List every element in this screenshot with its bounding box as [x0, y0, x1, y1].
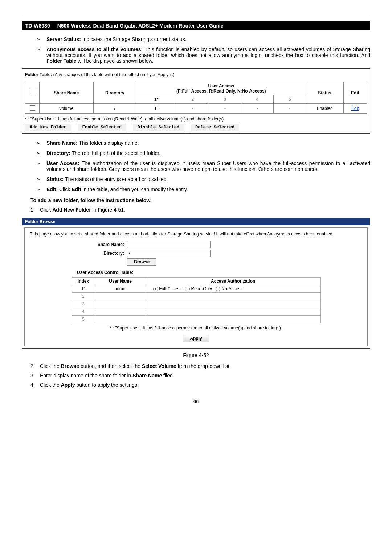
- bullet-status: Status: The status of the entry is enabl…: [36, 176, 370, 182]
- model-number: TD-W8980: [22, 21, 54, 30]
- cell-share-name: volume: [40, 104, 94, 114]
- col-3: 3: [209, 95, 241, 104]
- add-new-folder-button[interactable]: Add New Folder: [25, 124, 71, 131]
- header-share-name: Share Name: [40, 82, 94, 104]
- disable-selected-button[interactable]: Disable Selected: [133, 124, 184, 131]
- label: Server Status:: [46, 36, 81, 42]
- cell-index: 1*: [72, 285, 95, 293]
- header-checkbox[interactable]: [25, 82, 40, 104]
- header-edit: Edit: [343, 82, 367, 104]
- bullet-anonymous-access: Anonymous access to all the volumes: Thi…: [36, 46, 370, 64]
- step-list-2: 2. Click the Browse button, and then sel…: [30, 363, 370, 388]
- radio-read-only[interactable]: [185, 287, 190, 291]
- text: Indicates the Storage Sharing's current …: [81, 36, 187, 42]
- cell-access-4: -: [241, 104, 274, 114]
- th-username: User Name: [95, 278, 146, 285]
- cell-access-5: -: [274, 104, 306, 114]
- doc-title: N600 Wireless Dual Band Gigabit ADSL2+ M…: [54, 21, 370, 30]
- table-row: 2: [72, 293, 320, 300]
- label2: Folder Table: [46, 58, 76, 64]
- apply-button[interactable]: Apply: [183, 335, 209, 342]
- header-status: Status: [306, 82, 343, 104]
- step-3: 3. Enter display name of the share folde…: [30, 373, 370, 378]
- cell-access-3: -: [209, 104, 241, 114]
- step-2: 2. Click the Browse button, and then sel…: [30, 363, 370, 369]
- table-row: 5: [72, 316, 320, 323]
- directory-input[interactable]: [127, 250, 211, 257]
- cell-access-2: -: [176, 104, 209, 114]
- table-row: volume / F - - - - Enabled Edit: [25, 104, 367, 114]
- instruction-heading: To add a new folder, follow the instruct…: [30, 197, 370, 203]
- header-user-access: User Access (F:Full-Access, R:Read-Only,…: [136, 82, 306, 95]
- step-list-1: 1. Click Add New Folder in Figure 4-51.: [30, 207, 370, 213]
- share-name-label: Share Name:: [30, 242, 127, 247]
- cell-directory: /: [93, 104, 136, 114]
- step-1: 1. Click Add New Folder in Figure 4-51.: [30, 207, 370, 213]
- radio-full-access[interactable]: [153, 287, 158, 291]
- table-row: 3: [72, 300, 320, 308]
- text2: will be displayed as shown below.: [76, 58, 153, 64]
- folder-table-note: * : "Super User". It has full-access per…: [25, 116, 367, 122]
- cell-access-1: F: [136, 104, 176, 114]
- step-4: 4. Click the Apply button to apply the s…: [30, 382, 370, 388]
- access-note: * : "Super User", It has full-access per…: [30, 325, 362, 331]
- radio-no-access[interactable]: [216, 287, 220, 291]
- folder-browse-panel: Folder Browse This page allow you to set…: [22, 218, 370, 349]
- row-checkbox[interactable]: [25, 104, 40, 114]
- label: Anonymous access to all the volumes:: [46, 46, 143, 52]
- bullet-share-name: Share Name: This folder's display name.: [36, 140, 370, 146]
- bullet-list-1: Server Status: Indicates the Storage Sha…: [36, 36, 370, 64]
- directory-label: Directory:: [30, 251, 127, 256]
- col-1: 1*: [136, 95, 176, 104]
- bullet-directory: Directory: The real full path of the spe…: [36, 150, 370, 156]
- browse-button[interactable]: Browse: [127, 258, 156, 266]
- bullet-server-status: Server Status: Indicates the Storage Sha…: [36, 36, 370, 42]
- th-index: Index: [72, 278, 95, 285]
- table-row: 1* admin Full-Access Read-Only No-Access: [72, 285, 320, 293]
- share-name-input[interactable]: [127, 241, 211, 248]
- table-row: 4: [72, 308, 320, 316]
- bullet-edit: Edit: Click Edit in the table, and then …: [36, 186, 370, 192]
- bullet-list-2: Share Name: This folder's display name. …: [36, 140, 370, 192]
- enable-selected-button[interactable]: Enable Selected: [78, 124, 126, 131]
- th-auth: Access Authorization: [146, 278, 320, 285]
- checkbox-icon[interactable]: [30, 90, 35, 95]
- cell-username: admin: [95, 285, 146, 293]
- edit-link[interactable]: Edit: [351, 106, 359, 111]
- folder-browse-title: Folder Browse: [22, 218, 370, 225]
- col-4: 4: [241, 95, 274, 104]
- page-number: 66: [22, 399, 370, 404]
- folder-table: Share Name Directory User Access (F:Full…: [25, 82, 367, 114]
- access-control-table: Index User Name Access Authorization 1* …: [72, 277, 321, 323]
- cell-edit[interactable]: Edit: [343, 104, 367, 114]
- folder-table-box: Folder Table: (Any changes of this table…: [22, 68, 370, 134]
- folder-browse-desc: This page allow you to set a shared fold…: [30, 231, 362, 237]
- bullet-user-access: User Access: The authorization of the us…: [36, 160, 370, 172]
- action-button-row: Add New Folder Enable Selected Disable S…: [25, 124, 367, 131]
- doc-header: TD-W8980 N600 Wireless Dual Band Gigabit…: [22, 21, 370, 30]
- cell-auth: Full-Access Read-Only No-Access: [146, 285, 320, 293]
- col-2: 2: [176, 95, 209, 104]
- header-directory: Directory: [93, 82, 136, 104]
- figure-caption: Figure 4-52: [22, 352, 370, 358]
- delete-selected-button[interactable]: Delete Selected: [191, 124, 239, 131]
- cell-status: Enabled: [306, 104, 343, 114]
- folder-table-caption: Folder Table: (Any changes of this table…: [25, 71, 367, 79]
- access-table-title: User Access Control Table:: [77, 270, 362, 275]
- checkbox-icon[interactable]: [30, 105, 35, 111]
- col-5: 5: [274, 95, 306, 104]
